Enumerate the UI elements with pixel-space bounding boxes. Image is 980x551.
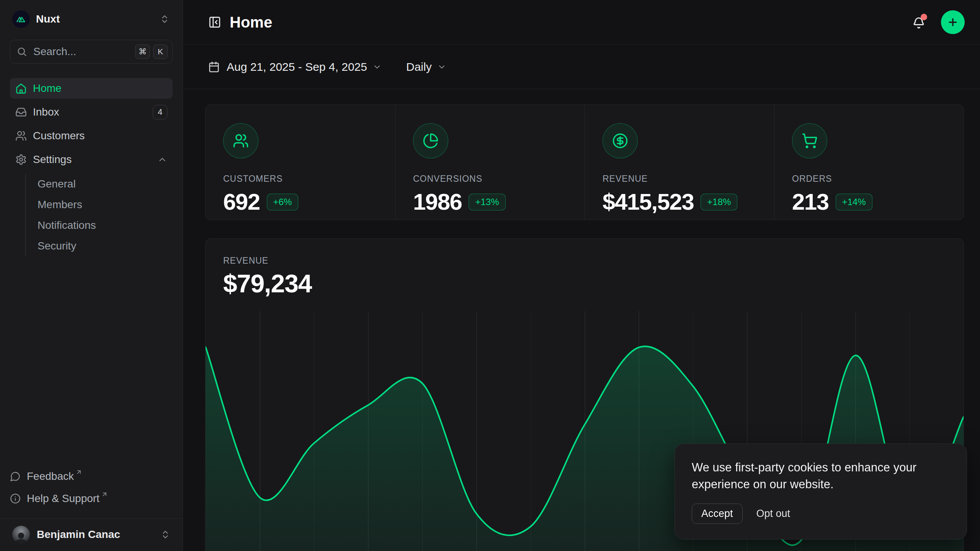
stat-delta-badge: +14%	[836, 194, 872, 210]
sidebar-item-security[interactable]: Security	[38, 236, 173, 256]
optout-cookies-button[interactable]: Opt out	[756, 508, 791, 520]
add-button[interactable]	[941, 10, 965, 34]
help-support-link[interactable]: Help & Support	[10, 489, 173, 509]
workspace-name: Nuxt	[36, 13, 60, 25]
stat-value: 1986	[413, 189, 462, 215]
cookie-message: We use first-party cookies to enhance yo…	[692, 459, 950, 493]
sub-item-label: General	[38, 178, 76, 190]
help-support-label: Help & Support	[27, 492, 100, 505]
sidebar-nav: Home Inbox 4 Customers Sett	[10, 78, 173, 256]
sidebar-item-label: Customers	[33, 130, 85, 142]
info-icon	[10, 493, 21, 504]
nuxt-logo-icon	[15, 13, 27, 25]
calendar-icon	[208, 61, 220, 73]
search-placeholder: Search...	[33, 46, 76, 58]
stat-orders[interactable]: ORDERS 213 +14%	[774, 105, 964, 220]
search-input[interactable]: Search... ⌘ K	[10, 40, 173, 64]
search-icon	[16, 46, 27, 57]
stat-value: $415,523	[603, 189, 694, 215]
sidebar-item-general[interactable]: General	[38, 174, 173, 194]
period-value: Daily	[406, 60, 432, 73]
message-circle-icon	[10, 471, 21, 482]
cookie-banner: We use first-party cookies to enhance yo…	[675, 443, 967, 540]
cookie-actions: Accept Opt out	[692, 504, 950, 524]
sidebar-item-inbox[interactable]: Inbox 4	[10, 102, 173, 122]
sidebar-item-customers[interactable]: Customers	[10, 126, 173, 146]
stats-panel: CUSTOMERS 692 +6% CONVERSIONS 1986 +13%	[205, 104, 964, 220]
notifications-button[interactable]	[912, 15, 926, 29]
user-name: Benjamin Canac	[37, 528, 120, 541]
page-header: Home	[183, 0, 980, 45]
kbd-cmd: ⌘	[135, 44, 150, 59]
pie-chart-icon	[413, 123, 448, 158]
panel-collapse-icon[interactable]	[208, 16, 221, 29]
sub-item-label: Notifications	[38, 219, 96, 231]
external-link-icon	[75, 469, 82, 476]
sub-item-label: Security	[38, 240, 76, 252]
sidebar-item-label: Inbox	[33, 106, 59, 118]
chevrons-up-down-icon	[160, 530, 170, 540]
settings-subnav: General Members Notifications Security	[25, 174, 173, 256]
plus-icon	[947, 16, 959, 28]
external-link-icon	[101, 491, 108, 498]
inbox-icon	[15, 106, 27, 118]
user-menu[interactable]: Benjamin Canac	[10, 519, 173, 551]
period-select[interactable]: Daily	[406, 60, 446, 73]
chevron-down-icon	[437, 62, 446, 72]
revenue-chart-value: $79,234	[223, 269, 946, 298]
notification-dot	[921, 14, 927, 20]
stat-label: CONVERSIONS	[413, 174, 567, 184]
users-icon	[15, 130, 27, 142]
sub-item-label: Members	[38, 199, 82, 211]
date-range-picker[interactable]: Aug 21, 2025 - Sep 4, 2025	[208, 60, 382, 73]
kbd-k: K	[153, 44, 168, 59]
chevrons-up-down-icon	[160, 14, 170, 24]
stat-revenue[interactable]: REVENUE $415,523 +18%	[585, 105, 774, 220]
revenue-chart-header: REVENUE $79,234	[206, 239, 964, 298]
filter-toolbar: Aug 21, 2025 - Sep 4, 2025 Daily	[183, 45, 980, 89]
page-title: Home	[230, 14, 272, 31]
home-icon	[15, 83, 27, 94]
stat-label: ORDERS	[792, 174, 946, 184]
sidebar-item-home[interactable]: Home	[10, 78, 173, 99]
sidebar: Nuxt Search... ⌘ K Home	[0, 0, 183, 551]
stat-customers[interactable]: CUSTOMERS 692 +6%	[206, 105, 395, 220]
stat-conversions[interactable]: CONVERSIONS 1986 +13%	[395, 105, 585, 220]
inbox-count-badge: 4	[153, 105, 167, 119]
stat-delta-badge: +18%	[701, 194, 737, 210]
revenue-chart-label: REVENUE	[223, 256, 946, 266]
sidebar-footer: Feedback Help & Support	[10, 466, 173, 509]
sidebar-item-settings[interactable]: Settings	[10, 149, 173, 170]
workspace-switcher[interactable]: Nuxt	[10, 9, 173, 29]
sidebar-item-members[interactable]: Members	[38, 194, 173, 215]
sidebar-item-notifications[interactable]: Notifications	[38, 215, 173, 236]
shopping-cart-icon	[792, 123, 827, 158]
feedback-label: Feedback	[27, 470, 74, 483]
accept-cookies-button[interactable]: Accept	[692, 504, 743, 524]
circle-dollar-icon	[603, 123, 638, 158]
stat-delta-badge: +6%	[267, 194, 299, 210]
users-icon	[223, 123, 258, 158]
stat-delta-badge: +13%	[469, 194, 505, 210]
search-shortcut: ⌘ K	[135, 44, 168, 59]
chevron-down-icon	[372, 62, 382, 72]
feedback-link[interactable]: Feedback	[10, 466, 173, 487]
sidebar-item-label: Home	[33, 82, 62, 95]
user-avatar	[12, 526, 30, 543]
settings-gear-icon	[15, 154, 27, 165]
chevron-up-icon	[157, 155, 167, 165]
date-range-value: Aug 21, 2025 - Sep 4, 2025	[227, 60, 367, 73]
stat-label: REVENUE	[603, 174, 756, 184]
stat-label: CUSTOMERS	[223, 174, 377, 184]
stat-value: 213	[792, 189, 829, 215]
stat-value: 692	[223, 189, 260, 215]
sidebar-item-label: Settings	[33, 153, 72, 166]
nuxt-logo	[12, 10, 30, 28]
